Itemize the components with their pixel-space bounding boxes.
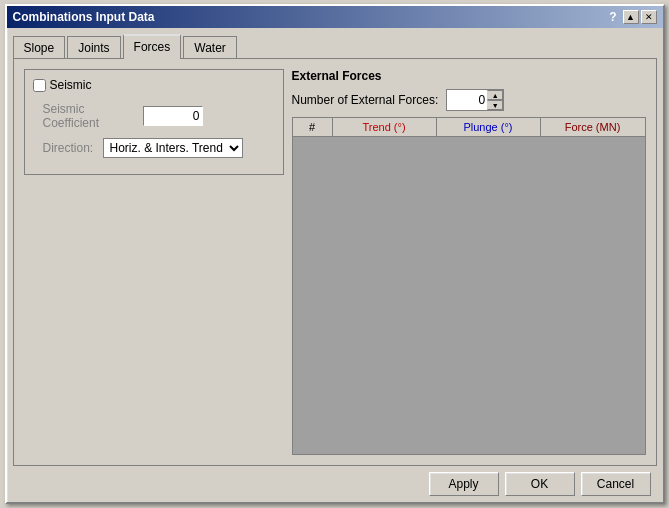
cancel-button[interactable]: Cancel (581, 472, 651, 496)
spinner-down-button[interactable]: ▼ (487, 100, 503, 110)
seismic-coefficient-input[interactable] (143, 106, 203, 126)
ok-button[interactable]: OK (505, 472, 575, 496)
tab-slope[interactable]: Slope (13, 36, 66, 58)
left-panel: Seismic Seismic Coefficient Direction: H… (24, 69, 284, 455)
seismic-checkbox-row: Seismic (33, 78, 275, 92)
title-bar-controls: ? ▲ ✕ (609, 10, 656, 24)
minimize-button[interactable]: ▲ (623, 10, 639, 24)
num-forces-row: Number of External Forces: ▲ ▼ (292, 89, 646, 111)
col-hash: # (293, 118, 333, 136)
col-trend: Trend (°) (333, 118, 437, 136)
main-window: Combinations Input Data ? ▲ ✕ Slope Join… (5, 4, 665, 504)
title-bar: Combinations Input Data ? ▲ ✕ (7, 6, 663, 28)
col-force: Force (MN) (541, 118, 645, 136)
seismic-coefficient-row: Seismic Coefficient (33, 102, 275, 130)
external-forces-title: External Forces (292, 69, 646, 83)
close-button[interactable]: ✕ (641, 10, 657, 24)
seismic-label: Seismic (50, 78, 92, 92)
forces-table: # Trend (°) Plunge (°) Force (MN) (292, 117, 646, 455)
tab-bar: Slope Joints Forces Water (13, 32, 657, 58)
tab-water-label: Water (194, 41, 226, 55)
window-title: Combinations Input Data (13, 10, 155, 24)
direction-label: Direction: (43, 141, 103, 155)
bottom-bar: Apply OK Cancel (13, 466, 657, 496)
num-forces-spinner: ▲ ▼ (446, 89, 504, 111)
direction-row: Direction: Horiz. & Inters. Trend Vertic… (33, 138, 275, 158)
tab-slope-label: Slope (24, 41, 55, 55)
spinner-buttons: ▲ ▼ (487, 90, 503, 110)
help-button[interactable]: ? (609, 10, 616, 24)
direction-select[interactable]: Horiz. & Inters. Trend Vertical Horizont… (103, 138, 243, 158)
seismic-coefficient-label: Seismic Coefficient (43, 102, 143, 130)
tab-water[interactable]: Water (183, 36, 237, 58)
content-area: Seismic Seismic Coefficient Direction: H… (13, 58, 657, 466)
spinner-up-button[interactable]: ▲ (487, 90, 503, 100)
tab-forces-label: Forces (134, 40, 171, 54)
right-panel: External Forces Number of External Force… (292, 69, 646, 455)
table-body (293, 137, 645, 449)
window-body: Slope Joints Forces Water Seismic (7, 28, 663, 502)
num-forces-input[interactable] (447, 90, 487, 110)
apply-button[interactable]: Apply (429, 472, 499, 496)
col-plunge: Plunge (°) (437, 118, 541, 136)
table-header: # Trend (°) Plunge (°) Force (MN) (293, 118, 645, 137)
tab-joints[interactable]: Joints (67, 36, 120, 58)
seismic-group: Seismic Seismic Coefficient Direction: H… (24, 69, 284, 175)
tab-joints-label: Joints (78, 41, 109, 55)
num-forces-label: Number of External Forces: (292, 93, 439, 107)
tab-forces[interactable]: Forces (123, 34, 182, 58)
seismic-checkbox[interactable] (33, 79, 46, 92)
